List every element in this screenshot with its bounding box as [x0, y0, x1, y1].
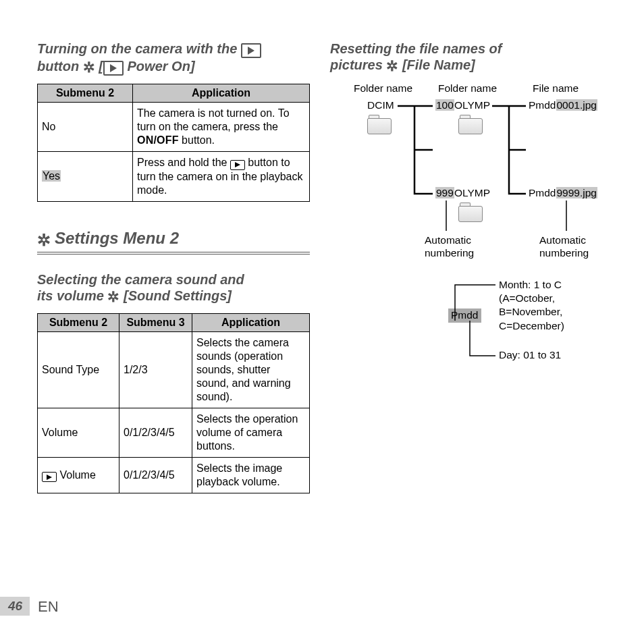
- playback-icon: [42, 472, 57, 482]
- cell-playvolume-opts: 0/1/2/3/4/5: [119, 457, 192, 493]
- banner-title: Settings Menu 2: [55, 229, 179, 247]
- wrench-icon: ✲: [37, 231, 51, 250]
- cell-yes-desc: Press and hold the button to turn the ca…: [133, 152, 310, 202]
- cell-playvolume-desc: Selects the image playback volume.: [192, 457, 310, 493]
- page-language: EN: [38, 598, 59, 616]
- cell-volume-desc: Selects the operation volume of camera b…: [192, 408, 310, 457]
- title-part: [Sound Settings]: [119, 288, 232, 303]
- section3-title: Resetting the file names of pictures ✲ […: [330, 41, 610, 74]
- table-row: Sound Type 1/2/3 Selects the camera soun…: [38, 331, 310, 408]
- yes-highlight: Yes: [42, 170, 61, 182]
- cell-volume-opts: 0/1/2/3/4/5: [119, 408, 192, 457]
- page-number: 46: [8, 599, 22, 614]
- text-part: button.: [179, 134, 215, 146]
- cell-no: No: [38, 103, 133, 152]
- title-part: pictures: [330, 57, 386, 72]
- cell-volume: Volume: [38, 408, 119, 457]
- section1-title: Turning on the camera with the button ✲ …: [37, 41, 310, 76]
- th-application: Application: [133, 84, 310, 103]
- title-part: button: [37, 59, 83, 74]
- power-on-table: Submenu 2 Application No The camera is n…: [37, 84, 310, 202]
- wrench-icon: ✲: [83, 59, 95, 76]
- cell-soundtype-desc: Selects the camera sounds (operation sou…: [192, 331, 310, 408]
- th-submenu2: Submenu 2: [38, 84, 133, 103]
- cell-soundtype-opts: 1/2/3: [119, 331, 192, 408]
- table-row: No The camera is not turned on. To turn …: [38, 103, 310, 152]
- title-part: its volume: [37, 288, 107, 303]
- th-application: Application: [192, 313, 310, 331]
- onoff-label: ON/OFF: [137, 134, 179, 146]
- playback-icon: [230, 160, 245, 170]
- diagram-connectors: [330, 82, 610, 379]
- cell-no-desc: The camera is not turned on. To turn on …: [133, 103, 310, 152]
- th-submenu2: Submenu 2: [38, 313, 119, 331]
- table-row: Volume 0/1/2/3/4/5 Selects the operation…: [38, 408, 310, 457]
- table-row: Yes Press and hold the button to turn th…: [38, 152, 310, 202]
- text-part: Press and hold the: [137, 157, 230, 168]
- text-part: The camera is not turned on. To turn on …: [137, 107, 290, 132]
- playback-icon: [103, 61, 124, 76]
- title-part: Power On]: [124, 59, 195, 74]
- title-part: [File Name]: [398, 57, 475, 72]
- cell-yes: Yes: [38, 152, 133, 202]
- title-part: Turning on the camera with the: [37, 41, 241, 56]
- page-footer: 46 EN: [0, 597, 203, 617]
- file-structure-diagram: Folder name Folder name File name DCIM 1…: [330, 82, 610, 379]
- wrench-icon: ✲: [386, 57, 398, 74]
- playback-icon: [241, 43, 261, 58]
- cell-playvolume: Volume: [38, 457, 119, 493]
- settings-menu-2-banner: ✲Settings Menu 2: [37, 229, 310, 254]
- sound-settings-table: Submenu 2 Submenu 3 Application Sound Ty…: [37, 313, 310, 493]
- cell-soundtype: Sound Type: [38, 331, 119, 408]
- title-part: Resetting the file names of: [330, 41, 502, 56]
- wrench-icon: ✲: [107, 288, 119, 305]
- table-row: Volume 0/1/2/3/4/5 Selects the image pla…: [38, 457, 310, 493]
- title-part: Selecting the camera sound and: [37, 272, 244, 287]
- text-part: Volume: [57, 469, 96, 481]
- section2-title: Selecting the camera sound and its volum…: [37, 271, 310, 305]
- th-submenu3: Submenu 3: [119, 313, 192, 331]
